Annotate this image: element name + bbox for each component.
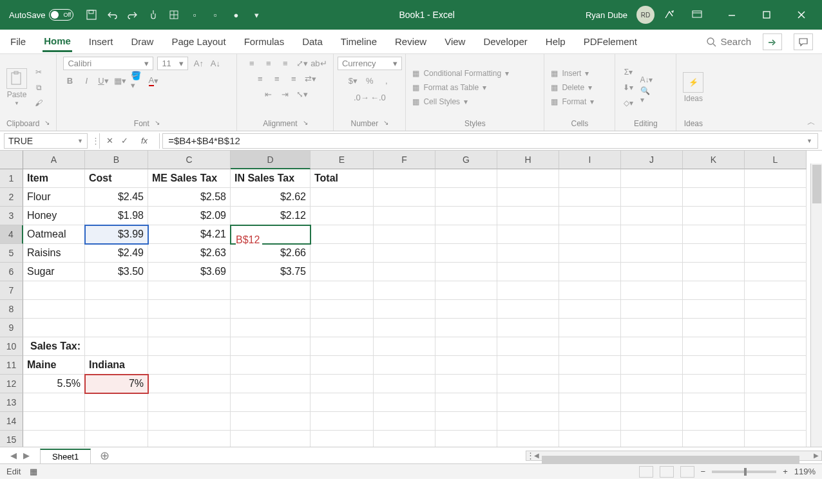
cell[interactable] xyxy=(85,300,148,319)
cell[interactable] xyxy=(148,356,231,375)
cell-D4-editing[interactable]: =$B4+$B4*B$12 xyxy=(231,225,311,244)
tab-timeline[interactable]: Timeline xyxy=(339,32,378,51)
col-header-L[interactable]: L xyxy=(745,151,807,169)
toggle-switch[interactable]: Off xyxy=(49,9,73,21)
enter-formula-icon[interactable]: ✓ xyxy=(121,136,128,145)
cell[interactable] xyxy=(85,281,148,300)
cell-B11[interactable]: Indiana xyxy=(85,356,148,375)
delete-cells-button[interactable]: ▦Delete ▾ xyxy=(551,83,594,92)
col-header-G[interactable]: G xyxy=(435,151,497,169)
name-box[interactable]: TRUE▼ xyxy=(4,133,88,149)
row-header-9[interactable]: 9 xyxy=(0,319,23,337)
cell-C5[interactable]: $2.63 xyxy=(148,244,231,263)
wrap-text-icon[interactable]: ab↵ xyxy=(312,57,325,70)
cell[interactable] xyxy=(23,412,85,431)
sheet-nav-prev-icon[interactable]: ◀ xyxy=(10,451,17,460)
cell[interactable] xyxy=(559,393,621,412)
font-color-button[interactable]: A▾ xyxy=(147,74,160,87)
zoom-level[interactable]: 119% xyxy=(794,467,816,476)
font-name-dropdown[interactable]: Calibri▾ xyxy=(63,57,153,70)
cell[interactable] xyxy=(497,263,559,281)
currency-icon[interactable]: $▾ xyxy=(347,74,359,87)
cell[interactable] xyxy=(311,337,374,356)
cell[interactable] xyxy=(85,412,148,431)
cell[interactable] xyxy=(559,281,621,300)
cell[interactable] xyxy=(374,244,435,263)
hscroll-split[interactable]: ⋮ xyxy=(526,451,531,460)
cell-A12[interactable]: 5.5% xyxy=(23,375,85,393)
vscroll-thumb[interactable] xyxy=(812,165,821,203)
cell[interactable] xyxy=(374,300,435,319)
cell[interactable] xyxy=(85,337,148,356)
cell[interactable] xyxy=(559,319,621,337)
comma-icon[interactable]: , xyxy=(380,74,393,87)
cell[interactable] xyxy=(683,188,745,207)
italic-button[interactable]: I xyxy=(80,74,93,87)
tab-help[interactable]: Help xyxy=(544,32,567,51)
cell[interactable] xyxy=(374,356,435,375)
spreadsheet-grid[interactable]: A B C D E F G H I J K L 1 Item Cost ME S… xyxy=(0,151,822,447)
increase-font-icon[interactable]: A↑ xyxy=(192,57,205,70)
cell[interactable] xyxy=(231,300,311,319)
cell[interactable] xyxy=(374,207,435,225)
cell[interactable] xyxy=(148,412,231,431)
cell[interactable] xyxy=(745,244,807,263)
format-cells-button[interactable]: ▦Format ▾ xyxy=(551,97,594,106)
cell[interactable] xyxy=(435,393,497,412)
cell[interactable] xyxy=(148,431,231,447)
cell[interactable] xyxy=(23,300,85,319)
font-launcher[interactable]: ↘ xyxy=(155,119,160,128)
cell[interactable] xyxy=(621,188,683,207)
sheet-tab-1[interactable]: Sheet1 xyxy=(40,449,91,463)
cell[interactable] xyxy=(745,337,807,356)
cell[interactable] xyxy=(559,337,621,356)
cell[interactable] xyxy=(621,300,683,319)
cell[interactable] xyxy=(621,263,683,281)
cell[interactable] xyxy=(374,225,435,244)
cell[interactable] xyxy=(559,375,621,393)
cell[interactable] xyxy=(435,412,497,431)
cell[interactable] xyxy=(497,300,559,319)
cell[interactable] xyxy=(497,337,559,356)
cell-A6[interactable]: Sugar xyxy=(23,263,85,281)
cell[interactable] xyxy=(497,319,559,337)
cell[interactable] xyxy=(374,169,435,188)
horizontal-scrollbar[interactable]: ⋮ ◀ ▶ xyxy=(526,451,822,461)
touch-mode-icon[interactable] xyxy=(147,8,160,21)
zoom-in-button[interactable]: + xyxy=(783,467,788,476)
cell[interactable] xyxy=(311,207,374,225)
borders-icon[interactable] xyxy=(167,8,180,21)
cell[interactable] xyxy=(497,375,559,393)
cell[interactable] xyxy=(435,319,497,337)
cell[interactable] xyxy=(231,281,311,300)
cell[interactable] xyxy=(683,393,745,412)
border-button[interactable]: ▦▾ xyxy=(113,74,126,87)
cell[interactable] xyxy=(559,207,621,225)
cell[interactable] xyxy=(621,375,683,393)
col-header-K[interactable]: K xyxy=(683,151,745,169)
row-header-4[interactable]: 4 xyxy=(0,225,23,244)
cell[interactable] xyxy=(745,263,807,281)
select-all-corner[interactable] xyxy=(0,151,23,169)
cell-D2[interactable]: $2.62 xyxy=(231,188,311,207)
ribbon-display-options-icon[interactable] xyxy=(684,5,710,24)
zoom-out-button[interactable]: − xyxy=(701,467,706,476)
align-middle-icon[interactable]: ≡ xyxy=(262,57,275,70)
cell-C4[interactable]: $4.21 xyxy=(148,225,231,244)
cell[interactable] xyxy=(683,319,745,337)
cell[interactable] xyxy=(621,244,683,263)
cell[interactable] xyxy=(435,431,497,447)
cell-C3[interactable]: $2.09 xyxy=(148,207,231,225)
col-header-B[interactable]: B xyxy=(85,151,148,169)
cell[interactable] xyxy=(683,300,745,319)
tab-view[interactable]: View xyxy=(443,32,466,51)
qat-dropdown-icon[interactable]: ▾ xyxy=(250,8,263,21)
cell[interactable] xyxy=(745,207,807,225)
cell[interactable] xyxy=(745,188,807,207)
cell-B3[interactable]: $1.98 xyxy=(85,207,148,225)
autosave-toggle[interactable]: AutoSave Off xyxy=(3,9,80,21)
cell[interactable] xyxy=(683,412,745,431)
clipboard-launcher[interactable]: ↘ xyxy=(44,119,50,128)
cell[interactable] xyxy=(745,356,807,375)
cell[interactable] xyxy=(497,225,559,244)
